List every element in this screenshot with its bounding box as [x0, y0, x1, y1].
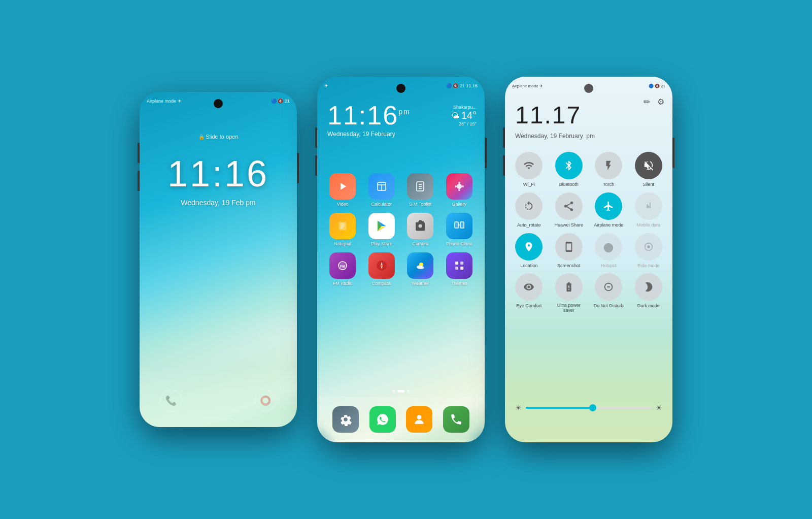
silent-label: Silent: [642, 182, 654, 187]
status-right: 🔵 🔇 21: [271, 99, 290, 104]
app-fmradio[interactable]: FM FM Radio: [325, 252, 360, 286]
huaweishare-label: Huawei Share: [554, 222, 583, 228]
toggle-autorotate[interactable]: Auto_rotate: [511, 192, 547, 228]
settings-icon[interactable]: ⚙: [657, 97, 664, 107]
weather-location: Shakarpu...: [451, 105, 477, 110]
svg-rect-32: [455, 262, 458, 265]
app-compass[interactable]: Compass: [364, 252, 399, 286]
brightness-thumb[interactable]: [589, 404, 596, 411]
app-camera[interactable]: Camera: [403, 213, 438, 246]
toggle-torch[interactable]: Torch: [591, 152, 627, 187]
svg-rect-34: [455, 267, 458, 270]
svg-point-11: [455, 185, 457, 187]
lock-bottom-icons: 📞 ⭕: [140, 390, 297, 412]
toggle-ridemode[interactable]: Ride mode: [631, 233, 667, 269]
toggle-silent[interactable]: Silent: [631, 152, 667, 187]
app-gallery-icon: [446, 173, 472, 200]
huaweishare-circle: [555, 192, 583, 220]
app-sim[interactable]: SIM Toolkit: [403, 173, 438, 207]
location-label: Location: [520, 263, 537, 269]
lock-time: 11:16: [140, 153, 297, 194]
weather-range: 26° / 15°: [451, 121, 477, 126]
toggle-bluetooth[interactable]: Bluetooth: [551, 152, 587, 187]
bluetooth-circle: [555, 152, 583, 179]
dock-settings[interactable]: [332, 406, 359, 433]
toggle-eyecomfort[interactable]: Eye Comfort: [511, 273, 547, 313]
dock: [317, 397, 485, 442]
camera-hole-3: [584, 84, 593, 93]
app-playstore[interactable]: Play Store: [364, 213, 399, 246]
app-playstore-icon: [368, 213, 395, 239]
dock-contacts[interactable]: [406, 406, 432, 433]
brightness-low-icon: ☀: [515, 404, 522, 412]
phone-control-center: Airplane mode ✈ 🔵 🔇 21 ✏ ⚙ 11.17 Wednesd…: [505, 77, 672, 442]
toggle-hotspot[interactable]: Hotspot: [591, 233, 627, 269]
camera-circle-icon: ⭕: [260, 395, 271, 406]
toggle-huaweishare[interactable]: Huawei Share: [551, 192, 587, 228]
home-time: 11:16pm: [327, 102, 411, 128]
svg-rect-22: [455, 222, 458, 228]
app-phoneclone[interactable]: Phone Clone: [442, 213, 477, 246]
toggle-ultrapowersaver[interactable]: Ultra power saver: [551, 273, 587, 313]
screenshot-label: Screenshot: [557, 263, 581, 269]
toggle-location[interactable]: Location: [511, 233, 547, 269]
svg-point-38: [647, 245, 650, 248]
power-button-2[interactable]: [485, 138, 487, 168]
app-phoneclone-label: Phone Clone: [446, 241, 472, 246]
app-notepad-icon: [329, 213, 356, 239]
power-button-3[interactable]: [672, 138, 674, 168]
home-time-suffix: pm: [398, 108, 410, 115]
mobiledata-circle: [635, 192, 662, 220]
camera-icon[interactable]: ⭕: [254, 390, 277, 412]
app-video-icon: [329, 173, 356, 200]
toggle-mobiledata[interactable]: Mobile data: [631, 192, 667, 228]
home-indicator[interactable]: [203, 418, 233, 420]
app-gallery[interactable]: Gallery: [442, 173, 477, 207]
app-notepad[interactable]: Notepad: [325, 213, 360, 246]
brightness-bar[interactable]: ☀ ☀: [515, 404, 662, 412]
toggle-wifi[interactable]: Wi_Fi: [511, 152, 547, 187]
app-calculator[interactable]: Calculator: [364, 173, 399, 207]
darkmode-circle: [635, 273, 662, 301]
app-weather[interactable]: Weather: [403, 252, 438, 286]
home-time-header: 11:16pm Wednesday, 19 February: [327, 102, 411, 138]
home-date: Wednesday, 19 February: [327, 131, 411, 138]
phone-lockscreen: Airplane mode ✈ 🔵 🔇 21 Slide to open 11:…: [140, 92, 297, 427]
svg-point-8: [457, 184, 462, 189]
edit-icon[interactable]: ✏: [644, 97, 650, 107]
app-video[interactable]: Video: [325, 173, 360, 207]
dock-whatsapp[interactable]: [369, 406, 396, 433]
phone-icon[interactable]: 📞: [160, 390, 182, 412]
app-camera-label: Camera: [412, 241, 428, 246]
control-date-value: Wednesday, 19 February: [515, 133, 583, 140]
ridemode-label: Ride mode: [637, 263, 660, 269]
location-circle: [515, 233, 543, 261]
app-phoneclone-icon: [446, 213, 472, 239]
eyecomfort-label: Eye Comfort: [516, 303, 542, 309]
control-date: Wednesday, 19 February pm: [515, 133, 595, 140]
control-center-background: Airplane mode ✈ 🔵 🔇 21 ✏ ⚙ 11.17 Wednesd…: [505, 77, 672, 442]
status-right-2: 🔵 🔇 21 11,16: [446, 83, 478, 88]
svg-point-12: [462, 185, 464, 187]
toggle-grid: Wi_Fi Bluetooth Torch: [511, 152, 666, 313]
power-button[interactable]: [297, 153, 299, 183]
slide-to-open[interactable]: Slide to open: [140, 134, 297, 140]
airplane-label: Airplane mode: [594, 222, 623, 228]
app-themes-label: Themes: [451, 281, 467, 286]
app-fmradio-label: FM Radio: [333, 281, 353, 286]
brightness-fill: [526, 407, 595, 409]
wifi-label: Wi_Fi: [523, 182, 535, 187]
toggle-airplane[interactable]: Airplane mode: [591, 192, 627, 228]
toggle-screenshot[interactable]: Screenshot: [551, 233, 587, 269]
silent-circle: [635, 152, 662, 179]
toggle-darkmode[interactable]: Dark mode: [631, 273, 667, 313]
svg-point-28: [381, 265, 383, 267]
donotdisturb-label: Do Not Disturb: [594, 303, 624, 309]
app-themes[interactable]: Themes: [442, 252, 477, 286]
toggle-donotdisturb[interactable]: Do Not Disturb: [591, 273, 627, 313]
svg-point-36: [417, 415, 422, 419]
status-left: Airplane mode ✈: [147, 99, 182, 104]
brightness-track[interactable]: [526, 407, 652, 409]
dock-phone[interactable]: [443, 406, 469, 433]
autorotate-circle: [515, 192, 543, 220]
